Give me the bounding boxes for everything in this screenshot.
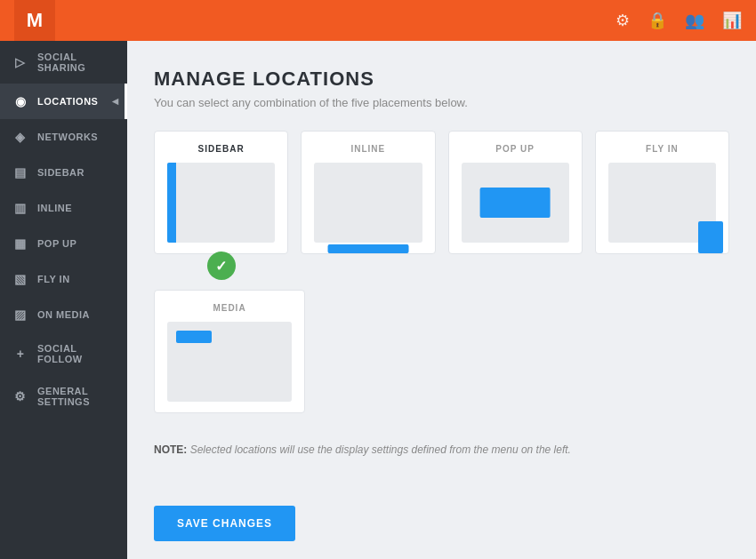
location-card-inline[interactable]: INLINE bbox=[301, 131, 435, 254]
popup-icon: ▦ bbox=[12, 236, 28, 251]
inline-icon: ▥ bbox=[12, 201, 28, 215]
users-icon[interactable]: 👥 bbox=[685, 11, 704, 30]
flyin-indicator bbox=[698, 221, 723, 253]
social-follow-icon: + bbox=[12, 347, 28, 361]
save-changes-button[interactable]: Save Changes bbox=[154, 506, 295, 541]
note-area: NOTE: Selected locations will use the di… bbox=[154, 443, 729, 456]
social-sharing-icon: ▷ bbox=[12, 55, 28, 69]
sidebar-item-social-sharing[interactable]: ▷ Social Sharing bbox=[0, 41, 127, 84]
sidebar-item-inline[interactable]: ▥ Inline bbox=[0, 190, 127, 226]
lock-icon[interactable]: 🔒 bbox=[647, 11, 667, 30]
top-header: M ⚙ 🔒 👥 📊 bbox=[0, 0, 756, 41]
sidebar-item-locations[interactable]: ◉ Locations bbox=[0, 84, 127, 119]
sidebar-item-networks[interactable]: ◈ Networks bbox=[0, 119, 127, 155]
card-label-media: MEDIA bbox=[213, 303, 245, 313]
sidebar-item-fly-in[interactable]: ▧ Fly In bbox=[0, 261, 127, 297]
sidebar-card-preview bbox=[167, 163, 275, 243]
note-label: NOTE: bbox=[154, 443, 187, 456]
card-label-sidebar: SIDEBAR bbox=[198, 144, 245, 154]
content-area: Manage Locations You can select any comb… bbox=[127, 41, 756, 559]
on-media-icon: ▨ bbox=[12, 307, 28, 322]
card-label-flyin: FLY IN bbox=[646, 144, 679, 154]
selected-check-badge: ✓ bbox=[207, 252, 236, 280]
page-title: Manage Locations bbox=[154, 68, 729, 91]
locations-icon: ◉ bbox=[12, 94, 28, 108]
sidebar-item-social-follow[interactable]: + Social Follow bbox=[0, 332, 127, 375]
logo[interactable]: M bbox=[14, 0, 55, 41]
location-card-flyin[interactable]: FLY IN bbox=[595, 131, 729, 254]
location-card-sidebar[interactable]: SIDEBAR ✓ bbox=[154, 131, 288, 254]
location-card-popup[interactable]: POP UP bbox=[448, 131, 583, 254]
general-settings-icon: ⚙ bbox=[12, 389, 28, 403]
networks-icon: ◈ bbox=[12, 130, 28, 144]
header-icons: ⚙ 🔒 👥 📊 bbox=[615, 11, 742, 30]
gear-icon[interactable]: ⚙ bbox=[615, 11, 630, 30]
inline-indicator bbox=[327, 244, 408, 253]
popup-indicator bbox=[480, 188, 551, 218]
fly-in-icon: ▧ bbox=[12, 272, 28, 286]
location-card-media[interactable]: MEDIA bbox=[154, 290, 305, 413]
sidebar-item-on-media[interactable]: ▨ On Media bbox=[0, 297, 127, 332]
card-label-inline: INLINE bbox=[350, 144, 385, 154]
save-button-area: Save Changes bbox=[154, 488, 729, 541]
location-cards-row-1: SIDEBAR ✓ INLINE POP UP bbox=[154, 131, 729, 254]
popup-card-preview bbox=[462, 163, 569, 243]
sidebar-indicator bbox=[167, 163, 176, 243]
card-label-popup: POP UP bbox=[495, 144, 535, 154]
media-card-preview bbox=[167, 322, 292, 402]
main-layout: ▷ Social Sharing ◉ Locations ◈ Networks … bbox=[0, 41, 756, 559]
sidebar-menu-icon: ▤ bbox=[12, 165, 28, 180]
page-subtitle: You can select any combination of the fi… bbox=[154, 96, 729, 109]
sidebar-item-sidebar[interactable]: ▤ Sidebar bbox=[0, 155, 127, 190]
note-text: Selected locations will use the display … bbox=[190, 443, 571, 456]
inline-card-preview bbox=[314, 163, 422, 243]
sidebar-item-popup[interactable]: ▦ Pop Up bbox=[0, 226, 127, 261]
chart-icon[interactable]: 📊 bbox=[722, 11, 742, 30]
flyin-card-preview bbox=[608, 163, 716, 243]
media-indicator bbox=[176, 331, 212, 343]
sidebar-item-general-settings[interactable]: ⚙ General Settings bbox=[0, 375, 127, 418]
sidebar: ▷ Social Sharing ◉ Locations ◈ Networks … bbox=[0, 41, 127, 559]
location-cards-row-2: MEDIA bbox=[154, 290, 729, 413]
